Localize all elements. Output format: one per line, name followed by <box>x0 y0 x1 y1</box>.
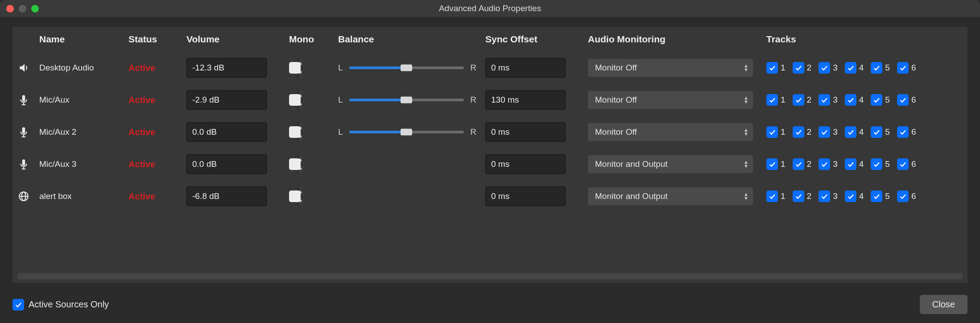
volume-input[interactable] <box>187 91 298 109</box>
track-5-checkbox[interactable] <box>871 158 882 170</box>
horizontal-scrollbar[interactable] <box>17 273 963 279</box>
window-close-button[interactable] <box>6 5 14 12</box>
track-4-checkbox[interactable] <box>845 126 856 138</box>
dialog-footer: Active Sources Only Close <box>12 295 968 314</box>
source-row: Mic/Aux 2Active ▲ ▼ L R ▲ ▼ Monitor Off … <box>12 116 968 148</box>
track-1-checkbox[interactable] <box>766 94 778 106</box>
monitoring-select[interactable]: Monitor and Output ▲▼ <box>588 155 753 173</box>
track-5-checkbox[interactable] <box>871 126 882 138</box>
balance-left-label: L <box>338 95 343 105</box>
track-2-checkbox[interactable] <box>793 62 804 74</box>
volume-spinbox[interactable]: ▲ ▼ <box>186 122 267 142</box>
window-title: Advanced Audio Properties <box>0 4 980 13</box>
track-label: 5 <box>885 159 890 169</box>
track-3-checkbox[interactable] <box>819 190 830 202</box>
track-6-checkbox[interactable] <box>897 94 909 106</box>
track-5-checkbox[interactable] <box>871 62 882 74</box>
balance-right-label: R <box>470 127 476 137</box>
close-button[interactable]: Close <box>920 295 968 314</box>
mic-icon <box>18 94 29 106</box>
sync-offset-input[interactable] <box>486 58 597 77</box>
sync-offset-input[interactable] <box>486 91 597 109</box>
monitoring-value: Monitor Off <box>595 127 637 137</box>
track-5-checkbox[interactable] <box>871 94 882 106</box>
track-1-checkbox[interactable] <box>766 158 778 170</box>
volume-input[interactable] <box>187 123 298 141</box>
balance-slider[interactable]: L R <box>338 95 476 105</box>
track-4-checkbox[interactable] <box>845 190 856 202</box>
balance-left-label: L <box>338 63 343 73</box>
source-name: Mic/Aux 3 <box>39 148 128 180</box>
mono-checkbox[interactable] <box>289 126 301 138</box>
mono-checkbox[interactable] <box>289 94 301 106</box>
track-6-checkbox[interactable] <box>897 62 909 74</box>
track-3-checkbox[interactable] <box>819 62 830 74</box>
balance-slider[interactable]: L R <box>338 127 476 137</box>
monitoring-select[interactable]: Monitor Off ▲▼ <box>588 59 753 77</box>
track-2-checkbox[interactable] <box>793 126 804 138</box>
select-arrows-icon: ▲▼ <box>744 192 748 200</box>
header-status: Status <box>128 27 186 52</box>
volume-spinbox[interactable]: ▲ ▼ <box>186 186 267 206</box>
monitoring-select[interactable]: Monitor Off ▲▼ <box>588 123 753 141</box>
mono-checkbox[interactable] <box>289 190 301 202</box>
header-mono: Mono <box>289 27 338 52</box>
track-6-checkbox[interactable] <box>897 158 909 170</box>
balance-right-label: R <box>470 95 476 105</box>
track-label: 3 <box>833 95 838 105</box>
track-2-checkbox[interactable] <box>793 94 804 106</box>
volume-spinbox[interactable]: ▲ ▼ <box>186 58 267 78</box>
track-2-checkbox[interactable] <box>793 158 804 170</box>
active-sources-only-label: Active Sources Only <box>29 299 109 310</box>
mono-checkbox[interactable] <box>289 158 301 170</box>
window-minimize-button[interactable] <box>19 5 26 12</box>
source-row: alert boxActive ▲ ▼ ▲ ▼ Monitor and Outp… <box>12 180 968 212</box>
track-label: 4 <box>859 63 864 73</box>
track-1-checkbox[interactable] <box>766 126 778 138</box>
sync-offset-spinbox[interactable]: ▲ ▼ <box>485 122 566 142</box>
sync-offset-input[interactable] <box>486 123 597 141</box>
source-status: Active <box>128 84 186 116</box>
balance-right-label: R <box>470 63 476 73</box>
sync-offset-input[interactable] <box>486 187 597 206</box>
track-2-checkbox[interactable] <box>793 190 804 202</box>
track-label: 5 <box>885 95 890 105</box>
globe-icon <box>18 190 29 202</box>
mono-checkbox[interactable] <box>289 62 301 74</box>
sync-offset-spinbox[interactable]: ▲ ▼ <box>485 154 566 174</box>
track-6-checkbox[interactable] <box>897 126 909 138</box>
volume-input[interactable] <box>187 155 298 174</box>
track-4-checkbox[interactable] <box>845 158 856 170</box>
track-label: 1 <box>781 127 786 137</box>
track-3-checkbox[interactable] <box>819 126 830 138</box>
window-zoom-button[interactable] <box>31 5 39 12</box>
volume-spinbox[interactable]: ▲ ▼ <box>186 90 267 110</box>
track-5-checkbox[interactable] <box>871 190 882 202</box>
source-name: alert box <box>39 180 128 212</box>
volume-input[interactable] <box>187 58 298 77</box>
source-status: Active <box>128 148 186 180</box>
track-label: 6 <box>911 191 916 201</box>
balance-slider[interactable]: L R <box>338 63 476 73</box>
track-label: 2 <box>807 63 812 73</box>
track-1-checkbox[interactable] <box>766 62 778 74</box>
track-label: 1 <box>781 159 786 169</box>
sync-offset-input[interactable] <box>486 155 597 174</box>
monitoring-select[interactable]: Monitor and Output ▲▼ <box>588 187 753 205</box>
track-label: 2 <box>807 127 812 137</box>
track-4-checkbox[interactable] <box>845 62 856 74</box>
track-3-checkbox[interactable] <box>819 94 830 106</box>
monitoring-select[interactable]: Monitor Off ▲▼ <box>588 91 753 109</box>
sync-offset-spinbox[interactable]: ▲ ▼ <box>485 186 566 206</box>
track-4-checkbox[interactable] <box>845 94 856 106</box>
active-sources-only-checkbox[interactable] <box>12 299 24 311</box>
volume-spinbox[interactable]: ▲ ▼ <box>186 154 267 174</box>
sync-offset-spinbox[interactable]: ▲ ▼ <box>485 90 566 110</box>
mic-icon <box>18 158 29 170</box>
volume-input[interactable] <box>187 187 298 206</box>
sync-offset-spinbox[interactable]: ▲ ▼ <box>485 58 566 78</box>
traffic-lights <box>6 5 39 12</box>
track-3-checkbox[interactable] <box>819 158 830 170</box>
track-1-checkbox[interactable] <box>766 190 778 202</box>
track-6-checkbox[interactable] <box>897 190 909 202</box>
